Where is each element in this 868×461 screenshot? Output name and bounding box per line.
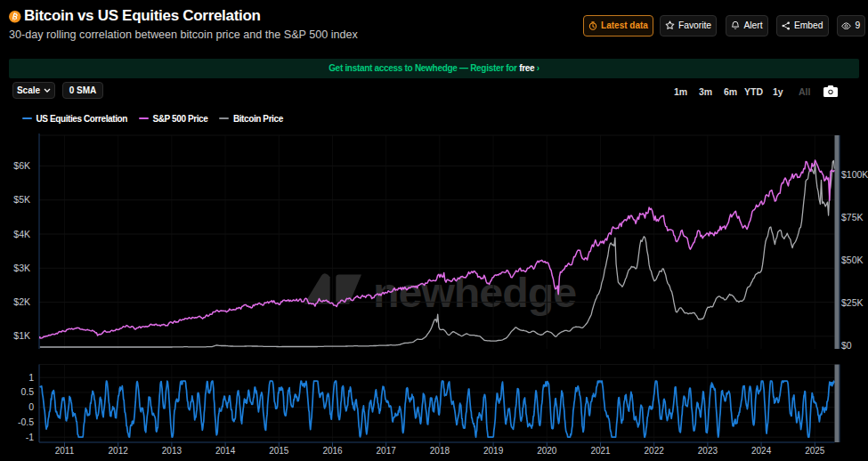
svg-text:$4K: $4K bbox=[13, 229, 30, 239]
svg-text:2021: 2021 bbox=[590, 446, 611, 456]
svg-text:$1K: $1K bbox=[13, 330, 30, 341]
svg-text:$6K: $6K bbox=[13, 160, 30, 171]
svg-text:$0: $0 bbox=[841, 340, 852, 351]
svg-text:2013: 2013 bbox=[162, 446, 183, 456]
svg-text:1: 1 bbox=[28, 372, 34, 383]
svg-text:$5K: $5K bbox=[13, 194, 30, 205]
svg-text:$100K: $100K bbox=[841, 169, 868, 180]
svg-text:$75K: $75K bbox=[841, 212, 864, 222]
svg-text:2015: 2015 bbox=[269, 446, 289, 456]
svg-text:2018: 2018 bbox=[430, 446, 450, 456]
svg-text:2019: 2019 bbox=[483, 446, 504, 456]
svg-text:$3K: $3K bbox=[13, 263, 30, 273]
svg-text:2020: 2020 bbox=[537, 446, 557, 456]
svg-text:$50K: $50K bbox=[841, 255, 864, 265]
svg-text:-0.5: -0.5 bbox=[18, 417, 34, 427]
svg-text:2022: 2022 bbox=[645, 446, 665, 456]
svg-text:2024: 2024 bbox=[751, 446, 772, 456]
svg-text:0: 0 bbox=[28, 401, 34, 412]
svg-text:0.5: 0.5 bbox=[20, 386, 34, 397]
svg-text:$2K: $2K bbox=[13, 296, 30, 307]
svg-text:2016: 2016 bbox=[322, 446, 343, 456]
svg-text:2017: 2017 bbox=[377, 446, 397, 456]
svg-text:2011: 2011 bbox=[55, 446, 75, 456]
svg-text:2025: 2025 bbox=[805, 446, 825, 456]
svg-text:2014: 2014 bbox=[215, 446, 236, 456]
svg-text:$25K: $25K bbox=[841, 297, 864, 308]
svg-text:2012: 2012 bbox=[109, 446, 129, 456]
svg-text:2023: 2023 bbox=[698, 446, 718, 456]
svg-text:newhedge: newhedge bbox=[373, 270, 576, 316]
svg-text:-1: -1 bbox=[26, 432, 34, 442]
